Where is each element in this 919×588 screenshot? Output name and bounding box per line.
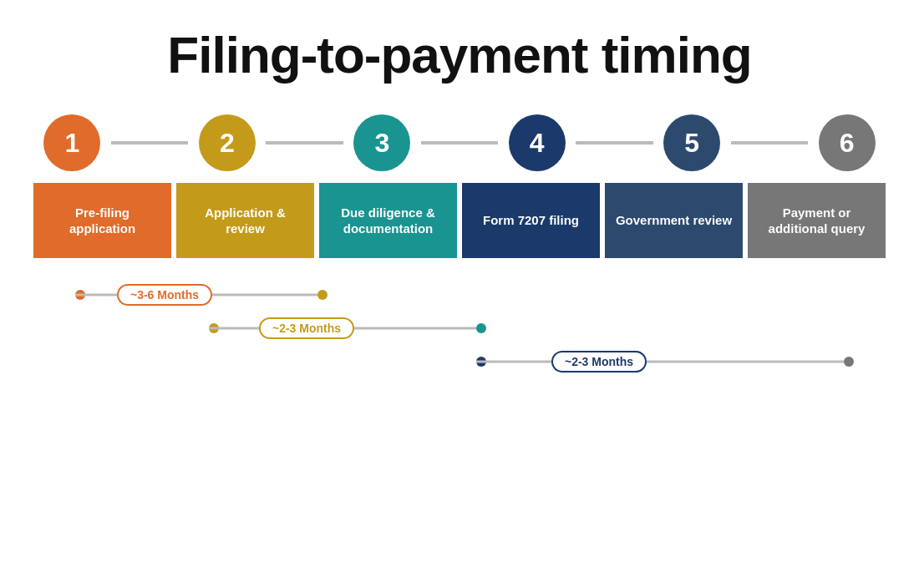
- step-circle-1: 1: [43, 114, 100, 171]
- connector-1: [111, 141, 189, 144]
- timeline: 123456 Pre-filing applicationApplication…: [33, 114, 886, 375]
- step-box-3: Due diligence & documentation: [319, 183, 457, 258]
- step-box-1: Pre-filing application: [33, 183, 171, 258]
- step-item-1: 1: [33, 114, 111, 171]
- step-box-2: Application & review: [176, 183, 314, 258]
- dur-dot-right-3: [844, 357, 854, 367]
- step-item-4: 4: [498, 114, 576, 171]
- dur-badge-3: ~2-3 Months: [551, 351, 647, 373]
- step-item-2: 2: [188, 114, 266, 171]
- dur-dot-right-1: [317, 290, 327, 300]
- duration-row-3: ~2-3 Months: [42, 348, 877, 375]
- dur-badge-1: ~3-6 Months: [117, 284, 212, 306]
- dur-badge-2: ~2-3 Months: [259, 317, 354, 339]
- connector-3: [421, 141, 499, 144]
- dur-dot-right-2: [476, 323, 486, 333]
- step-circle-3: 3: [353, 114, 410, 171]
- step-item-6: 6: [808, 114, 886, 171]
- step-box-6: Payment or additional query: [748, 183, 886, 258]
- duration-row-2: ~2-3 Months: [42, 315, 877, 342]
- dur-line-3: [476, 361, 844, 363]
- step-item-5: 5: [653, 114, 731, 171]
- step-box-5: Government review: [605, 183, 743, 258]
- connector-2: [266, 141, 343, 144]
- step-box-4: Form 7207 filing: [462, 183, 600, 258]
- step-circle-2: 2: [199, 114, 256, 171]
- duration-rows: ~3-6 Months~2-3 Months~2-3 Months: [33, 281, 886, 375]
- connector-5: [731, 141, 809, 144]
- boxes-row: Pre-filing applicationApplication & revi…: [33, 183, 886, 258]
- step-circle-5: 5: [663, 114, 720, 171]
- step-circle-6: 6: [819, 114, 876, 171]
- page-title: Filing-to-payment timing: [167, 25, 751, 84]
- step-circle-4: 4: [509, 114, 566, 171]
- circles-row: 123456: [33, 114, 886, 171]
- duration-row-1: ~3-6 Months: [42, 281, 877, 308]
- connector-4: [576, 141, 653, 144]
- step-item-3: 3: [343, 114, 421, 171]
